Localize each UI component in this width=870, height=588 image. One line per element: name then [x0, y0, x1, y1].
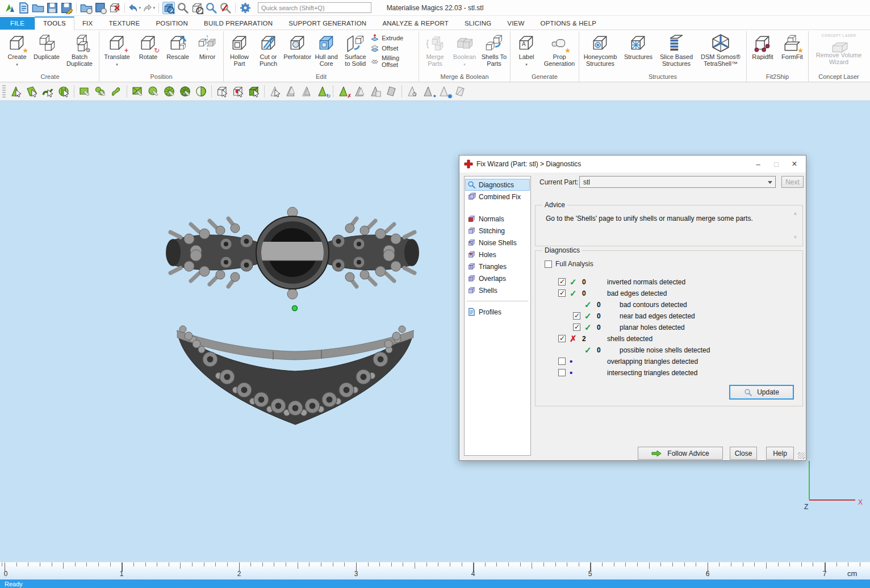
merge-parts-button[interactable]: {Merge Parts: [421, 32, 449, 70]
help-button[interactable]: Help: [766, 447, 794, 460]
slice-based-structures-button[interactable]: Slice Based Structures: [657, 32, 696, 70]
sidebar-item-shells[interactable]: Shells: [465, 284, 530, 296]
sector-mark-icon[interactable]: [178, 84, 193, 99]
viewport-3d[interactable]: Z X Fix Wizard (Part: stl) > Diagnostics…: [0, 101, 870, 562]
milling-offset-button[interactable]: Milling Offset: [370, 54, 417, 68]
translate-button[interactable]: +Translate▾: [101, 32, 133, 70]
paint-triangles-icon[interactable]: ●: [421, 84, 436, 99]
remove-volume-wizard-button[interactable]: CONCEPT LASER Remove Volume Wizard: [810, 32, 867, 70]
mirror-button[interactable]: Mirror: [193, 32, 221, 70]
cube-mark-icon[interactable]: [215, 84, 229, 99]
sidebar-item-triangles[interactable]: Triangles: [465, 261, 530, 272]
surface-to-solid-button[interactable]: Surface to Solid: [341, 32, 369, 70]
undo-icon[interactable]: ▾: [128, 2, 141, 14]
magics-logo-icon[interactable]: [3, 2, 16, 14]
mark-plane-icon[interactable]: [24, 84, 39, 99]
close-window-button[interactable]: ×: [785, 156, 804, 173]
hull-and-core-button[interactable]: Hull and Core: [312, 32, 340, 70]
grow-selection-icon[interactable]: [283, 84, 298, 99]
advice-scrollbar[interactable]: ˄ ˅: [791, 211, 800, 240]
tab-options-help[interactable]: OPTIONS & HELP: [533, 18, 605, 30]
mark-triangle-icon[interactable]: [9, 84, 23, 99]
delete-marked-icon[interactable]: ✗: [336, 84, 351, 99]
xray-cube-mark-icon[interactable]: [231, 84, 245, 99]
maximize-button[interactable]: □: [767, 156, 785, 173]
minimize-button[interactable]: –: [749, 156, 767, 173]
create-button[interactable]: ★Create▾: [3, 32, 31, 70]
zoom-out-icon[interactable]: [219, 2, 232, 14]
redo-icon[interactable]: ▾: [143, 2, 155, 14]
dialog-title-bar[interactable]: Fix Wizard (Part: stl) > Diagnostics – □…: [459, 156, 806, 173]
close-button[interactable]: Close: [730, 447, 757, 460]
view-cube-icon[interactable]: [191, 2, 203, 14]
toolbar-grip[interactable]: [2, 85, 6, 98]
follow-advice-button[interactable]: Follow Advice: [638, 447, 723, 460]
batch-duplicate-button[interactable]: ⚙Batch Duplicate: [62, 32, 97, 70]
new-scene-icon[interactable]: [18, 2, 30, 14]
honeycomb-structures-button[interactable]: Honeycomb Structures: [581, 32, 620, 70]
tab-build-preparation[interactable]: BUILD PREPARATION: [196, 18, 281, 30]
diagnostic-checkbox[interactable]: [558, 335, 566, 342]
plane-tool-icon[interactable]: [453, 84, 467, 99]
diagnostic-checkbox[interactable]: [573, 324, 580, 331]
formfit-button[interactable]: ★FormFit: [778, 32, 806, 70]
mark-shell-icon[interactable]: [56, 84, 71, 99]
sidebar-item-combined-fix[interactable]: Combined Fix: [465, 191, 530, 203]
rectangle-mark-icon[interactable]: [77, 84, 92, 99]
freeform-mark-icon[interactable]: [109, 84, 124, 99]
zoom-to-part-icon[interactable]: [162, 2, 175, 14]
zoom-in-icon[interactable]: [205, 2, 218, 14]
tab-slicing[interactable]: SLICING: [457, 18, 499, 30]
resize-grip[interactable]: [798, 452, 805, 459]
open-file-icon[interactable]: [32, 2, 44, 14]
quick-search-input[interactable]: [258, 2, 371, 13]
diagnostic-checkbox[interactable]: [558, 358, 566, 365]
structures-button[interactable]: Structures: [621, 32, 656, 70]
tab-support-generation[interactable]: SUPPORT GENERATION: [281, 18, 374, 30]
ring-model-bottom[interactable]: [177, 326, 413, 425]
recalculate-selection-icon[interactable]: ↻: [315, 84, 330, 99]
extrude-button[interactable]: Extrude: [370, 34, 417, 42]
window-mark-icon[interactable]: [130, 84, 145, 99]
select-triangle-icon[interactable]: [267, 84, 282, 99]
sidebar-item-profiles[interactable]: Profiles: [465, 306, 530, 318]
diagnostic-checkbox[interactable]: [558, 278, 566, 285]
brush-circle-mark-icon[interactable]: [146, 84, 161, 99]
tab-texture[interactable]: TEXTURE: [101, 18, 148, 30]
sidebar-item-overlaps[interactable]: Overlaps: [465, 272, 530, 284]
duplicate-button[interactable]: Duplicate: [32, 32, 61, 70]
tab-analyze-report[interactable]: ANALYZE & REPORT: [374, 18, 457, 30]
solid-cube-mark-icon[interactable]: [246, 84, 261, 99]
half-sector-mark-icon[interactable]: [194, 84, 208, 99]
scroll-up-icon[interactable]: ˄: [794, 211, 797, 217]
propagate-mark-icon[interactable]: [162, 84, 177, 99]
hollow-part-button[interactable]: Hollow Part: [225, 32, 253, 70]
pick-triangles-icon[interactable]: ◉: [437, 84, 451, 99]
cut-or-punch-button[interactable]: Cut or Punch: [254, 32, 282, 70]
shrink-selection-icon[interactable]: [299, 84, 314, 99]
sidebar-item-stitching[interactable]: Stitching: [465, 225, 530, 237]
full-analysis-checkbox[interactable]: [545, 261, 552, 268]
sidebar-item-diagnostics[interactable]: Diagnostics: [465, 179, 530, 191]
save-part-icon[interactable]: [94, 2, 107, 14]
save-icon[interactable]: [46, 2, 58, 14]
sidebar-item-holes[interactable]: Holes: [465, 249, 530, 261]
dsm-somos-tetrashell-button[interactable]: DSM Somos® TetraShell™: [697, 32, 744, 70]
remove-part-icon[interactable]: [108, 2, 121, 14]
shells-to-parts-button[interactable]: Shells To Parts: [480, 32, 508, 70]
scroll-down-icon[interactable]: ˅: [794, 234, 797, 240]
tab-fix[interactable]: FIX: [74, 18, 101, 30]
perforator-button[interactable]: Perforator: [283, 32, 311, 70]
tab-tools[interactable]: TOOLS: [35, 16, 74, 30]
rescale-button[interactable]: Rescale: [164, 32, 192, 70]
offset-button[interactable]: Offset: [370, 44, 417, 52]
rapidfit-button[interactable]: Rapidfit: [748, 32, 777, 70]
rotate-button[interactable]: ↻Rotate: [134, 32, 162, 70]
tab-view[interactable]: VIEW: [499, 18, 532, 30]
tab-file[interactable]: FILE: [0, 17, 35, 30]
sidebar-item-normals[interactable]: Normals: [465, 213, 530, 225]
plane-selection-icon[interactable]: [384, 84, 399, 99]
current-part-select[interactable]: stl: [579, 176, 776, 188]
next-button[interactable]: Next: [781, 176, 804, 188]
diagnostic-checkbox[interactable]: [558, 369, 566, 376]
